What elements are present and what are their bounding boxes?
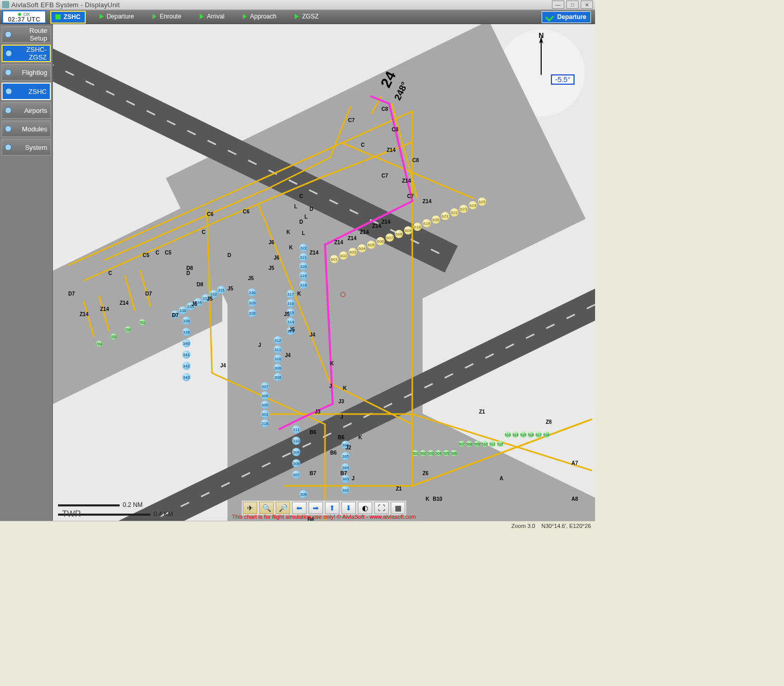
fullscreen-icon: ⛶ xyxy=(378,504,385,512)
nav-zgsz[interactable]: ZGSZ xyxy=(290,11,323,23)
zoom-in-button[interactable]: 🔍 xyxy=(259,502,274,514)
nav-enroute[interactable]: Enroute xyxy=(148,11,186,23)
taxiway-label-C: C xyxy=(299,193,303,199)
taxiway-label-K: K xyxy=(289,245,293,250)
taxiway-label-L: L xyxy=(294,204,297,209)
gate-311: 311 xyxy=(292,425,300,434)
gate-336: 336 xyxy=(179,306,187,315)
nav-label: Arrival xyxy=(207,13,224,20)
sidebar-route-setup[interactable]: Route Setup xyxy=(2,26,51,43)
minimize-button[interactable]: — xyxy=(552,1,564,9)
taxiway-label-Z14: Z14 xyxy=(372,223,381,229)
taxiway-label-D7: D7 xyxy=(172,312,179,318)
gate-508: 508 xyxy=(466,441,472,447)
scale-km: 0.4 KM xyxy=(154,511,173,518)
taxiway-network xyxy=(53,24,595,521)
svg-point-6 xyxy=(5,144,11,150)
gate-513: 513 xyxy=(505,432,511,438)
taxiway-label-K: K xyxy=(343,385,347,391)
gate-509: 509 xyxy=(474,441,480,447)
taxiway-label-J6: J6 xyxy=(269,240,274,245)
sidebar-flightlog[interactable]: Flightlog xyxy=(2,64,51,81)
gate-307: 307 xyxy=(261,382,269,390)
sidebar-airports[interactable]: Airports xyxy=(2,102,51,119)
nav-label: ZSHC xyxy=(64,13,81,21)
grid-button[interactable]: ▦ xyxy=(391,502,405,514)
taxiway-label-C7: C7 xyxy=(381,173,388,179)
gate-309: 309 xyxy=(292,448,300,456)
gate-306: 306 xyxy=(261,391,269,400)
gate-311: 311 xyxy=(274,345,282,354)
taxiway-label-C8: C8 xyxy=(392,127,398,132)
taxiway-label-J5: J5 xyxy=(269,265,274,271)
nav-label: ZGSZ xyxy=(302,13,318,20)
nav-arrival[interactable]: Arrival xyxy=(195,11,229,23)
sidebar: Route SetupZSHC-ZGSZFlightlogZSHCAirport… xyxy=(0,24,53,521)
gate-218: 218 xyxy=(261,419,269,427)
close-button[interactable]: ✕ xyxy=(581,1,593,9)
gate-609: 609 xyxy=(404,226,412,234)
day-night-button[interactable]: ◐ xyxy=(358,502,372,514)
taxiway-label-J5: J5 xyxy=(207,296,213,302)
nav-approach[interactable]: Approach xyxy=(238,11,281,23)
taxiway-label-B6: B6 xyxy=(330,450,337,456)
gate-503: 503 xyxy=(428,450,434,456)
taxiway-label-K: K xyxy=(286,229,290,235)
taxiway-label-C5: C5 xyxy=(143,252,149,258)
taxiway-label-J: J xyxy=(258,342,261,348)
taxiway-label-J6: J6 xyxy=(274,255,279,261)
sidebar-system[interactable]: System xyxy=(2,139,51,155)
taxiway-label-K: K xyxy=(358,435,362,440)
plane-button[interactable]: ✈ xyxy=(243,502,257,514)
taxiway-label-Z14: Z14 xyxy=(100,306,109,312)
gate-341: 341 xyxy=(182,350,190,359)
fullscreen-button[interactable]: ⛶ xyxy=(374,502,389,514)
nav-departure[interactable]: Departure xyxy=(95,11,139,23)
app-icon xyxy=(2,1,9,8)
maximize-button[interactable]: □ xyxy=(566,1,579,9)
taxiway-label-Z14: Z14 xyxy=(387,147,395,153)
gate-620: 620 xyxy=(432,215,440,224)
arrow-down-button[interactable]: ⬇ xyxy=(341,502,356,514)
taxiway-label-D: D xyxy=(227,252,231,258)
sidebar-zshc[interactable]: ZSHC xyxy=(2,83,51,100)
gate-514: 514 xyxy=(512,432,519,438)
gate-310: 310 xyxy=(292,437,300,445)
gate-604: 604 xyxy=(358,244,366,252)
gate-308: 308 xyxy=(292,459,300,467)
airport-chart[interactable]: N -5.5° 24 248° xyxy=(53,24,595,521)
taxiway-label-Z1: Z1 xyxy=(479,409,485,415)
taxiway-label-J3: J3 xyxy=(338,399,344,404)
gate-308: 308 xyxy=(274,373,282,381)
gate-343: 343 xyxy=(182,373,190,381)
arrow-right-button[interactable]: ➡ xyxy=(309,502,323,514)
gate-385: 385 xyxy=(341,452,350,460)
arrow-up-icon: ⬆ xyxy=(329,504,335,512)
sidebar-modules[interactable]: Modules xyxy=(2,121,51,137)
arrow-up-button[interactable]: ⬆ xyxy=(325,502,339,514)
taxiway-label-B6: B6 xyxy=(310,429,316,435)
twr-label: TWR xyxy=(62,509,81,519)
globe-icon xyxy=(4,30,12,38)
nav-zshc[interactable]: ZSHC xyxy=(50,11,86,24)
arrow-icon xyxy=(152,14,157,19)
arrow-icon xyxy=(55,14,61,19)
gate-607: 607 xyxy=(386,233,394,242)
taxiway-label-A8: A8 xyxy=(571,496,578,502)
gate-702: 702 xyxy=(125,326,131,332)
gate-512: 512 xyxy=(497,441,503,447)
zoom-out-button[interactable]: 🔎 xyxy=(276,502,290,514)
taxiway-label-J5: J5 xyxy=(284,311,290,317)
arrow-left-button[interactable]: ⬅ xyxy=(292,502,307,514)
taxiway-label-J2: J2 xyxy=(346,445,351,450)
arrow-icon xyxy=(100,14,104,19)
gate-328: 328 xyxy=(248,309,256,317)
taxiway-label-Z14: Z14 xyxy=(80,311,88,317)
gate-331: 331 xyxy=(217,286,225,294)
airport-icon xyxy=(4,106,12,114)
sidebar-zshc-zgsz[interactable]: ZSHC-ZGSZ xyxy=(2,45,51,62)
gate-322: 322 xyxy=(299,244,308,252)
window-title: AivlaSoft EFB System - DisplayUnit xyxy=(11,1,120,9)
taxiway-label-D: D xyxy=(186,270,190,276)
phase-button-departure[interactable]: Departure xyxy=(542,11,591,23)
